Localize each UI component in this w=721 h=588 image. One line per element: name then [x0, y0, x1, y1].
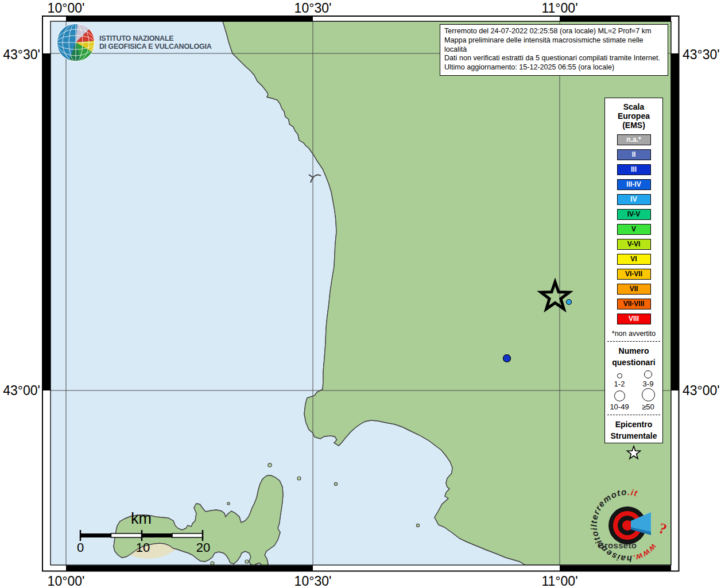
ems-level-III-IV: III-IV — [617, 179, 651, 190]
epicenter-legend-title: Epicentro Strumentale — [605, 419, 662, 442]
size-circle-label: 10-49 — [610, 403, 629, 411]
ems-level-V: V — [617, 224, 651, 235]
questionnaire-size-≥50: ≥50 — [634, 388, 662, 411]
scale-tick-0: 0 — [77, 540, 84, 555]
axis-label-bottom-1030: 10°30' — [294, 574, 332, 588]
axis-label-top-1100: 11°00' — [541, 1, 577, 16]
ems-level-IV-V: IV-V — [617, 209, 651, 220]
legend-separator-1 — [607, 341, 660, 342]
event-info-line2: Mappa preliminare delle intensità macros… — [444, 36, 664, 55]
ems-scale-list: n.a.*IIIIIIII-IVIVIV-VVV-VIVIVI-VIIVIIVI… — [605, 134, 662, 324]
axis-label-top-1030: 10°30' — [294, 1, 332, 16]
ems-level-VIII: VIII — [617, 314, 651, 324]
logo-question-mark: ? — [657, 520, 669, 538]
event-info-box: Terremoto del 24-07-2022 02:25:58 (ora l… — [440, 24, 668, 76]
size-circle-label: 3-9 — [643, 380, 654, 388]
haisentitoilterremoto-logo: www.haisentitoilterremoto.it ? — [584, 482, 682, 568]
ingv-line1: ISTITUTO NAZIONALE — [99, 34, 212, 42]
axis-label-left-4300: 43°00' — [0, 383, 40, 399]
intensity-point-large — [503, 355, 511, 362]
event-info-line1: Terremoto del 24-07-2022 02:25:58 (ora l… — [444, 27, 664, 36]
questionnaire-sizes: 1-23-910-49≥50 — [605, 370, 662, 411]
questionnaire-size-10-49: 10-49 — [605, 388, 634, 411]
ems-level-V-VI: V-VI — [617, 239, 651, 250]
axis-label-right-4330: 43°30' — [683, 47, 720, 63]
size-circle-icon — [614, 390, 625, 401]
event-info-line3: Dati non verificati estratti da 5 questi… — [444, 54, 664, 63]
intensity-point-small — [567, 300, 572, 305]
ems-level-III: III — [617, 164, 651, 175]
scale-tick-20: 20 — [196, 540, 210, 555]
axis-label-top-1000: 10°00' — [48, 1, 85, 16]
size-circle-label: ≥50 — [642, 403, 654, 411]
legend-panel: Scala Europea (EMS) n.a.*IIIIIIII-IVIVIV… — [604, 98, 663, 443]
axis-label-right-4300: 43°00' — [683, 383, 720, 399]
axis-label-bottom-1000: 10°00' — [48, 574, 85, 588]
ems-level-VII-VIII: VII-VIII — [617, 299, 651, 310]
questionnaire-title: Numero questionari — [605, 345, 662, 368]
ems-level-II: II — [617, 149, 651, 160]
axis-label-left-4330: 43°30' — [0, 47, 40, 63]
ems-level-VI-VII: VI-VII — [617, 269, 651, 280]
legend-title: Scala Europea (EMS) — [605, 102, 662, 130]
size-circle-icon — [644, 370, 652, 378]
macroseismic-map-page: 10°00' 10°30' 11°00' 10°00' 10°30' 11°00… — [0, 0, 721, 588]
ems-level-VII: VII — [617, 284, 651, 295]
ingv-logo: ISTITUTO NAZIONALE DI GEOFISICA E VULCAN… — [56, 23, 212, 62]
ems-level-IV: IV — [617, 194, 651, 205]
scale-tick-10: 10 — [136, 540, 150, 555]
ingv-line2: DI GEOFISICA E VULCANOLOGIA — [99, 42, 212, 51]
ingv-globe-icon — [56, 23, 95, 62]
ingv-wordmark: ISTITUTO NAZIONALE DI GEOFISICA E VULCAN… — [99, 34, 212, 51]
epicenter-star-icon — [626, 445, 642, 460]
size-circle-icon — [642, 388, 655, 401]
questionnaire-size-1-2: 1-2 — [605, 370, 634, 388]
ems-level-n.a.*: n.a.* — [617, 134, 651, 145]
legend-footnote: *non avvertito — [605, 330, 662, 338]
questionnaire-size-3-9: 3-9 — [634, 370, 662, 388]
event-info-line4: Ultimo aggiornamento: 15-12-2025 06:55 (… — [444, 63, 664, 72]
axis-label-bottom-1100: 11°00' — [541, 574, 577, 588]
legend-separator-2 — [607, 415, 660, 415]
size-circle-icon — [617, 373, 622, 378]
size-circle-label: 1-2 — [614, 380, 625, 388]
scale-bar-unit: km — [131, 510, 152, 528]
ems-level-VI: VI — [617, 254, 651, 265]
